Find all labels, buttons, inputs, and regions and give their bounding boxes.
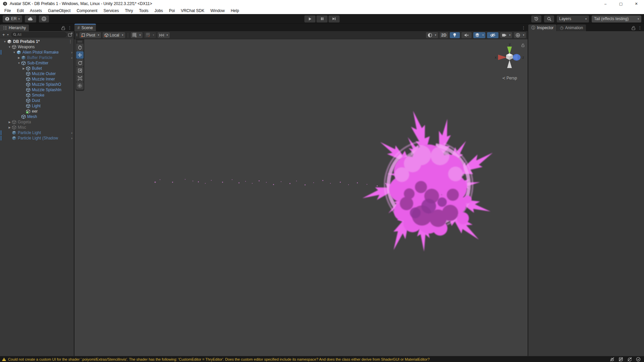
- status-message[interactable]: Could not create a custom UI for the sha…: [8, 357, 608, 361]
- menu-component[interactable]: Component: [73, 7, 100, 14]
- menu-thry[interactable]: Thry: [122, 7, 136, 14]
- pivot-mode-button[interactable]: Pivot ▾: [79, 32, 101, 38]
- kebab-menu-icon[interactable]: ⋮: [522, 25, 526, 30]
- rotate-tool-button[interactable]: [76, 59, 84, 66]
- cache-disabled-icon[interactable]: [619, 357, 623, 362]
- grid-snap-button[interactable]: ▾: [144, 32, 156, 38]
- hand-tool-button[interactable]: [76, 44, 84, 51]
- perspective-label[interactable]: ≺ Persp: [493, 76, 526, 80]
- grid-visibility-button[interactable]: y ▾: [131, 32, 143, 38]
- scene-picker-icon[interactable]: [68, 33, 72, 37]
- status-bar[interactable]: Could not create a custom UI for the sha…: [0, 356, 644, 362]
- effects-toggle-button[interactable]: ▾: [473, 32, 485, 38]
- progress-idle-icon[interactable]: [636, 357, 641, 362]
- hierarchy-row-buffer-particle[interactable]: ▶Buffer Particle›: [0, 55, 74, 60]
- rect-tool-button[interactable]: [76, 74, 84, 82]
- expand-right-icon[interactable]: ▶: [21, 67, 26, 70]
- menu-assets[interactable]: Assets: [27, 7, 45, 14]
- camera-settings-dropdown[interactable]: ▾: [500, 32, 512, 38]
- hierarchy-row-dust[interactable]: Dust: [0, 98, 74, 103]
- prefab-open-chevron[interactable]: ›: [71, 56, 72, 60]
- tab-inspector[interactable]: ⓘ Inspector: [528, 24, 556, 31]
- audio-mute-button[interactable]: [462, 32, 472, 38]
- pause-button[interactable]: [317, 15, 328, 22]
- version-control-button[interactable]: [39, 15, 49, 22]
- cloud-services-button[interactable]: [25, 15, 36, 22]
- search-button[interactable]: [544, 15, 554, 22]
- scale-tool-button[interactable]: [76, 67, 84, 74]
- shading-mode-dropdown[interactable]: ▾: [426, 32, 438, 38]
- local-space-button[interactable]: Local ▾: [103, 32, 125, 38]
- hierarchy-row-particle-light[interactable]: Particle Light›: [0, 130, 74, 135]
- expand-right-icon[interactable]: ▶: [7, 121, 12, 124]
- menu-help[interactable]: Help: [228, 7, 242, 14]
- prefab-open-chevron[interactable]: ›: [71, 136, 72, 140]
- menu-vrchat-sdk[interactable]: VRChat SDK: [178, 7, 207, 14]
- overlay-drag-handle[interactable]: [76, 40, 84, 43]
- close-button[interactable]: ✕: [629, 0, 644, 7]
- step-button[interactable]: [329, 15, 340, 22]
- menu-services[interactable]: Services: [100, 7, 122, 14]
- hierarchy-row-particle-light-shadow[interactable]: Particle Light (Shadow›: [0, 135, 74, 141]
- toolbar-drag-handle[interactable]: ‖: [76, 33, 78, 37]
- hierarchy-row-mesh[interactable]: Mesh: [0, 114, 74, 119]
- 2d-view-button[interactable]: 2D: [440, 32, 448, 38]
- gizmo-down-axis[interactable]: [507, 60, 512, 68]
- menu-poi[interactable]: Poi: [166, 7, 178, 14]
- auto-refresh-disabled-icon[interactable]: [627, 357, 632, 362]
- hierarchy-search-input[interactable]: [17, 33, 65, 37]
- hierarchy-row-sub-emitter[interactable]: ▼Sub-Emitter: [0, 60, 74, 66]
- expand-down-icon[interactable]: ▼: [7, 46, 12, 49]
- gizmo-x-axis[interactable]: [498, 55, 507, 60]
- kebab-menu-icon[interactable]: ⋮: [638, 25, 642, 30]
- kebab-menu-icon[interactable]: ⋮: [68, 39, 72, 44]
- menu-jobs[interactable]: Jobs: [151, 7, 166, 14]
- maximize-button[interactable]: ▢: [613, 0, 629, 7]
- hierarchy-row-muzzle-outer[interactable]: Muzzle Outer: [0, 71, 74, 76]
- scene-viewport[interactable]: y x z ≺ Persp: [74, 39, 528, 356]
- gizmos-dropdown[interactable]: ▾: [514, 32, 526, 38]
- expand-down-icon[interactable]: ▼: [12, 51, 16, 54]
- hierarchy-row-muzzle-splasho[interactable]: Muzzle SplashO: [0, 82, 74, 87]
- prefab-open-chevron[interactable]: ›: [71, 131, 72, 135]
- tab-hierarchy[interactable]: Hierarchy: [0, 24, 29, 31]
- snap-increment-button[interactable]: ▾: [158, 32, 170, 38]
- lock-open-icon[interactable]: [521, 43, 525, 47]
- hierarchy-row-muzzle-splashin[interactable]: Muzzle SplashIn: [0, 87, 74, 93]
- hierarchy-row-db-prefabs-1[interactable]: ▼DB Prefabs 1*⋮: [0, 39, 74, 44]
- minimize-button[interactable]: –: [598, 0, 613, 7]
- lock-open-icon[interactable]: [61, 26, 65, 30]
- move-tool-button[interactable]: [76, 51, 84, 59]
- layers-dropdown[interactable]: Layers ▾: [557, 15, 589, 22]
- expand-right-icon[interactable]: ▶: [7, 126, 12, 129]
- transform-tool-button[interactable]: [76, 82, 84, 89]
- hidden-objects-button[interactable]: [487, 32, 498, 38]
- lock-open-icon[interactable]: [632, 26, 635, 30]
- hierarchy-row-muzzle-inner[interactable]: Muzzle Inner: [0, 76, 74, 82]
- create-object-button[interactable]: + ▾: [1, 32, 10, 37]
- menu-file[interactable]: File: [1, 7, 14, 14]
- hierarchy-row-misc[interactable]: ▶Misc: [0, 125, 74, 130]
- hierarchy-row-gogeta[interactable]: ▶Gogeta: [0, 119, 74, 125]
- hierarchy-row-light[interactable]: Light: [0, 103, 74, 109]
- hierarchy-search[interactable]: [11, 32, 67, 37]
- account-button[interactable]: ER ▾: [3, 15, 22, 22]
- debugger-detached-icon[interactable]: [610, 357, 614, 362]
- play-button[interactable]: [305, 15, 316, 22]
- expand-down-icon[interactable]: ▼: [3, 40, 7, 43]
- layout-dropdown[interactable]: Tail (effects testing) ▾: [592, 15, 641, 22]
- expand-right-icon[interactable]: ▶: [17, 56, 21, 59]
- menu-window[interactable]: Window: [207, 7, 228, 14]
- tab-scene[interactable]: # Scene: [74, 24, 96, 31]
- axis-gizmo[interactable]: y x z ≺ Persp: [493, 41, 526, 80]
- tab-animation[interactable]: ◷ Animation: [557, 24, 586, 31]
- hierarchy-row-alien-pistol-remake[interactable]: ▼Alien PIstol Remake›: [0, 50, 74, 55]
- prefab-open-chevron[interactable]: ›: [71, 50, 72, 54]
- undo-history-button[interactable]: [531, 15, 541, 22]
- gizmo-center-cube[interactable]: [506, 53, 513, 60]
- scene-lighting-button[interactable]: [450, 32, 460, 38]
- hierarchy-row-bullet[interactable]: ▶Bullet: [0, 66, 74, 71]
- menu-tools[interactable]: Tools: [136, 7, 151, 14]
- menu-edit[interactable]: Edit: [14, 7, 27, 14]
- kebab-menu-icon[interactable]: ⋮: [68, 25, 72, 30]
